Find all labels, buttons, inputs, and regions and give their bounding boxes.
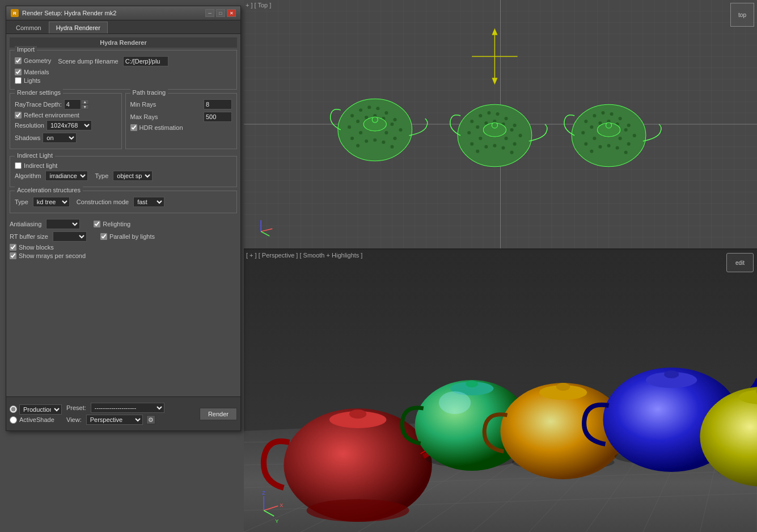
view-options-btn[interactable]: ⚙ [146,415,155,424]
accel-type-select[interactable]: kd tree BVH [33,197,70,207]
view-select[interactable]: Perspective Top Front [86,415,143,425]
render-mode-group: Production ActiveShade [10,404,62,424]
svg-point-176 [484,121,488,125]
scene-dump-label: Scene dump filename [58,58,118,65]
rt-buffer-label: RT buffer size [10,233,48,240]
raytrace-depth-input[interactable] [64,99,81,109]
svg-text:X: X [280,503,283,508]
production-select[interactable]: Production [19,404,62,415]
show-blocks-label: Show blocks [19,244,54,251]
import-group: Import Geometry Scene dump filename Mate… [10,50,237,90]
show-blocks-checkbox[interactable] [10,244,16,251]
reflect-env-label: Reflect environment [24,112,79,119]
preset-select[interactable]: -------------------- [91,403,164,413]
max-rays-label: Max Rays [130,113,158,120]
resolution-select[interactable]: 1024x768 1280x720 1920x1080 [46,120,92,130]
lights-checkbox[interactable] [15,77,22,84]
svg-point-208 [584,142,587,146]
svg-text:Z: Z [262,490,265,496]
geometry-checkbox[interactable] [15,57,22,64]
svg-point-197 [601,111,604,115]
shadows-label: Shadows [15,134,40,141]
svg-point-161 [365,140,368,143]
scene-dump-input[interactable] [123,56,168,66]
svg-point-209 [593,137,596,140]
rt-buffer-select[interactable] [53,231,87,242]
svg-point-203 [598,121,602,125]
svg-point-145 [384,111,388,115]
il-type-select[interactable]: object sp. screen sp. [113,171,153,181]
dialog-content-area: Hydra Renderer Import Geometry Scene dum… [6,34,240,407]
perspective-viewport: X Z Y [ + ] [ Perspective ] [ Smooth + H… [244,250,757,532]
svg-point-149 [365,116,368,119]
resolution-label: Resolution [15,122,44,129]
show-mrays-label: Show mrays per second [19,252,86,259]
svg-point-254 [556,383,570,391]
svg-point-155 [359,131,362,134]
perspective-viewport-label: [ + ] [ Perspective ] [ Smooth + Highlig… [246,252,362,259]
svg-point-186 [513,142,517,146]
minimize-button[interactable]: ─ [205,9,214,17]
render-button[interactable]: Render [200,408,237,420]
svg-point-248 [466,381,478,387]
tab-hydra-renderer[interactable]: Hydra Renderer [49,22,108,33]
activeshade-label: ActiveShade [19,416,54,423]
antialiasing-select[interactable]: 2x 4x [46,219,80,229]
acceleration-group: Acceleration structures Type kd tree BVH… [10,191,237,213]
parallel-by-lights-checkbox[interactable] [100,233,107,240]
nav-cube-top[interactable]: top [730,3,754,27]
min-rays-label: Min Rays [130,101,157,108]
raytrace-down-btn[interactable]: ▼ [81,104,89,109]
construction-select[interactable]: fast optimal [133,197,164,207]
svg-point-206 [624,128,628,132]
relighting-checkbox[interactable] [94,221,100,227]
min-rays-input[interactable] [204,99,232,109]
svg-point-196 [593,114,596,117]
materials-label: Materials [24,69,49,75]
svg-point-158 [384,131,388,134]
dialog-titlebar: R Render Setup: Hydra Render mk2 ─ □ ✕ [6,6,240,20]
raytrace-depth-label: RayTrace Depth: [15,101,62,108]
tab-common[interactable]: Common [9,22,49,33]
max-rays-input[interactable] [204,112,232,122]
svg-point-201 [581,131,585,134]
svg-point-168 [470,120,473,123]
hdr-checkbox[interactable] [130,124,137,131]
top-viewport-label: + ] [ Top ] [246,2,271,9]
relighting-label: Relighting [103,221,130,227]
shadows-select[interactable]: on off [43,133,77,143]
view-label: View: [66,416,82,423]
restore-button[interactable]: □ [216,9,225,17]
svg-point-154 [350,137,354,140]
production-radio[interactable] [10,406,17,413]
construction-label: Construction mode [77,199,129,205]
materials-checkbox[interactable] [15,69,22,75]
svg-point-143 [367,105,371,109]
svg-point-180 [519,134,522,137]
svg-point-190 [502,146,505,150]
raytrace-up-btn[interactable]: ▲ [81,99,89,104]
path-tracing-title: Path tracing [130,89,168,96]
indirect-light-title: Indirect Light [15,152,55,159]
indirect-light-group: Indirect Light Indirect light Algorithm … [10,156,237,187]
path-tracing-group: Path tracing Min Rays Max Rays HDR estim… [125,93,238,149]
reflect-env-checkbox[interactable] [15,112,22,119]
activeshade-radio[interactable] [10,416,17,424]
svg-point-164 [390,145,394,149]
svg-point-175 [476,125,479,129]
nav-cube-perspective[interactable]: edit [726,253,754,272]
algorithm-select[interactable]: irradiance path tracing [45,171,88,181]
parallel-by-lights-label: Parallel by lights [109,233,155,240]
svg-point-146 [393,118,396,121]
svg-point-188 [484,145,488,149]
svg-point-207 [633,134,636,137]
lights-label: Lights [24,77,40,84]
indirect-light-checkbox[interactable] [15,162,22,169]
close-button[interactable]: ✕ [227,9,236,17]
render-setup-dialog: R Render Setup: Hydra Render mk2 ─ □ ✕ C… [6,6,241,431]
svg-point-215 [598,145,602,149]
show-mrays-checkbox[interactable] [10,252,16,259]
svg-point-147 [348,125,351,129]
svg-point-243 [349,409,366,419]
svg-point-258 [664,370,679,378]
